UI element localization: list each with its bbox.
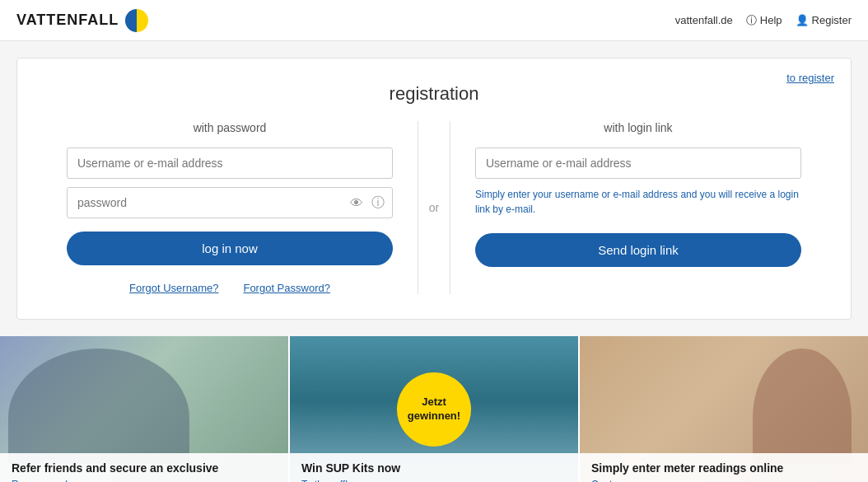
- or-label: or: [429, 201, 439, 214]
- promo-card-2-footer: Win SUP Kits now To the raffle: [290, 453, 578, 482]
- promo-card-1-title: Refer friends and secure an exclusive: [12, 461, 277, 475]
- password-wrapper: 👁 ⓘ: [67, 187, 393, 218]
- to-register-link[interactable]: to register: [786, 72, 834, 84]
- login-col-password: with password 👁 ⓘ log in now Forgot User…: [50, 121, 409, 294]
- password-col-title: with password: [67, 121, 393, 134]
- header: VATTENFALL vattenfall.de ⓘ Help 👤 Regist…: [0, 0, 868, 41]
- help-icon: ⓘ: [746, 13, 757, 28]
- col-divider: or: [418, 121, 450, 294]
- register-label: Register: [812, 14, 852, 26]
- promo-card-3-footer: Simply enter meter readings online Captu…: [580, 453, 868, 482]
- password-input[interactable]: [67, 187, 393, 218]
- help-label: Help: [760, 14, 782, 26]
- help-link[interactable]: ⓘ Help: [746, 13, 782, 28]
- promo-card-1-footer: Refer friends and secure an exclusive Re…: [0, 453, 288, 482]
- password-info-icon[interactable]: ⓘ: [370, 193, 386, 213]
- promo-card-refer: Refer friends and secure an exclusive Re…: [0, 336, 288, 482]
- promo-section: Refer friends and secure an exclusive Re…: [0, 336, 868, 482]
- logo-text: VATTENFALL: [16, 12, 119, 29]
- promo-badge: Jetzt gewinnen!: [397, 372, 471, 447]
- logo-area: VATTENFALL: [16, 9, 148, 32]
- promo-card-2-title: Win SUP Kits now: [301, 461, 567, 475]
- password-icons: 👁 ⓘ: [348, 193, 386, 213]
- login-columns: with password 👁 ⓘ log in now Forgot User…: [50, 121, 818, 294]
- send-login-link-button[interactable]: Send login link: [475, 233, 801, 267]
- main-content: registration to register with password 👁…: [0, 41, 868, 336]
- login-col-link: with login link Simply enter your userna…: [459, 121, 818, 294]
- login-card: registration to register with password 👁…: [16, 58, 852, 320]
- username-input-right[interactable]: [475, 147, 801, 179]
- promo-card-3-link[interactable]: Capture now: [591, 479, 647, 482]
- promo-card-1-link[interactable]: Recommend now: [12, 479, 88, 482]
- promo-card-2-link[interactable]: To the raffle: [301, 479, 352, 482]
- show-password-icon[interactable]: 👁: [348, 194, 365, 212]
- user-icon: 👤: [796, 14, 809, 26]
- promo-card-meter: Simply enter meter readings online Captu…: [578, 336, 868, 482]
- username-input-left[interactable]: [67, 147, 393, 179]
- forgot-password-link[interactable]: Forgot Password?: [243, 282, 330, 294]
- register-link[interactable]: 👤 Register: [796, 14, 852, 26]
- promo-card-3-title: Simply enter meter readings online: [591, 461, 856, 475]
- vattenfall-de-link[interactable]: vattenfall.de: [675, 14, 733, 26]
- promo-card-sup: Jetzt gewinnen! Win SUP Kits now To the …: [288, 336, 578, 482]
- forgot-links: Forgot Username? Forgot Password?: [67, 282, 393, 294]
- header-nav: vattenfall.de ⓘ Help 👤 Register: [675, 13, 852, 28]
- login-title: registration: [50, 83, 818, 105]
- login-link-hint: Simply enter your username or e-mail add…: [475, 187, 801, 217]
- login-button[interactable]: log in now: [67, 232, 393, 265]
- forgot-username-link[interactable]: Forgot Username?: [129, 282, 218, 294]
- vattenfall-logo-icon: [125, 9, 148, 32]
- login-link-col-title: with login link: [475, 121, 801, 134]
